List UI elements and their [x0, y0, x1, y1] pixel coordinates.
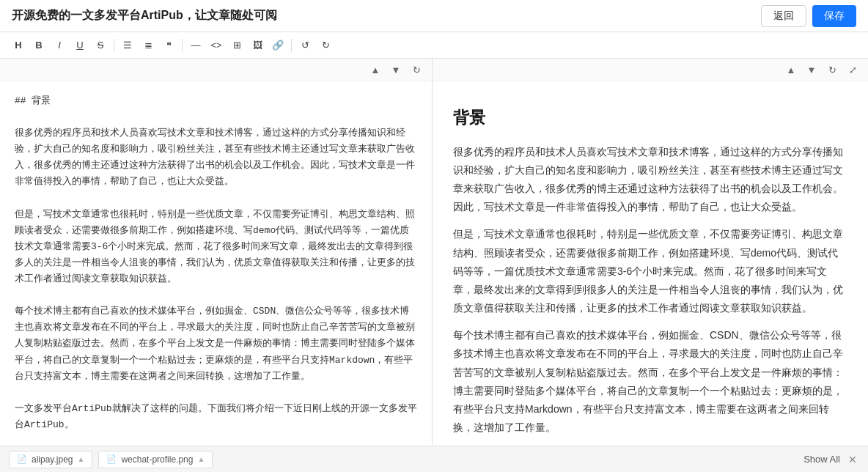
file-tab[interactable]: 📄 wechat-profile.png ▲ [98, 451, 213, 468]
file-name: wechat-profile.png [121, 454, 193, 465]
preview-content-area: 背景很多优秀的程序员和技术人员喜欢写技术文章和技术博客，通过这样的方式分享传播知… [433, 81, 868, 446]
editor-scroll-up-button[interactable]: ▲ [367, 62, 383, 78]
underline-button[interactable]: U [70, 36, 89, 55]
preview-scroll-up-button[interactable]: ▲ [783, 62, 799, 78]
editor-refresh-button[interactable]: ↻ [408, 62, 424, 78]
top-bar: 开源免费的一文多发平台ArtiPub，让文章随处可阅 返回 保存 [0, 0, 868, 32]
table-button[interactable]: ⊞ [227, 36, 246, 55]
editor-scroll-down-button[interactable]: ▼ [388, 62, 404, 78]
heading-button[interactable]: H [9, 36, 28, 55]
return-button[interactable]: 返回 [761, 5, 806, 27]
image-button[interactable]: 🖼 [248, 36, 267, 55]
unordered-list-button[interactable]: ☰ [118, 36, 137, 55]
preview-expand-button[interactable]: ⤢ [845, 62, 861, 78]
undo-button[interactable]: ↺ [295, 36, 315, 55]
redo-button[interactable]: ↻ [316, 36, 335, 55]
ordered-list-button[interactable]: ≣ [139, 36, 158, 55]
preview-heading: 背景 [453, 103, 847, 133]
editor-toolbar: H B I U S ☰ ≣ ❝ — <> ⊞ 🖼 🔗 ↺ ↻ [0, 32, 868, 59]
preview-panel-toolbar: ▲ ▼ ↻ ⤢ [433, 59, 868, 81]
toolbar-separator-3 [291, 39, 292, 52]
hr-button[interactable]: — [186, 36, 205, 55]
file-icon: 📄 [17, 454, 27, 464]
bottom-files: 📄 alipay.jpeg ▲ 📄 wechat-profile.png ▲ [9, 451, 213, 468]
quote-button[interactable]: ❝ [159, 36, 178, 55]
preview-panel: ▲ ▼ ↻ ⤢ 背景很多优秀的程序员和技术人员喜欢写技术文章和技术博客，通过这样… [433, 59, 868, 446]
code-button[interactable]: <> [207, 36, 226, 55]
close-all-button[interactable]: ✕ [846, 453, 859, 466]
file-arrow-icon: ▲ [197, 455, 205, 463]
file-arrow-icon: ▲ [77, 455, 84, 463]
bold-button[interactable]: B [29, 36, 48, 55]
document-title: 开源免费的一文多发平台ArtiPub，让文章随处可阅 [12, 8, 277, 23]
save-button[interactable]: 保存 [812, 5, 856, 27]
strikethrough-button[interactable]: S [91, 36, 110, 55]
preview-scroll-down-button[interactable]: ▼ [803, 62, 820, 78]
top-bar-actions: 返回 保存 [761, 5, 856, 27]
editor-panel-toolbar: ▲ ▼ ↻ [0, 59, 432, 81]
preview-paragraph: 很多优秀的程序员和技术人员喜欢写技术文章和技术博客，通过这样的方式分享传播知识和… [453, 143, 847, 217]
preview-paragraph: 每个技术博主都有自己喜欢的技术媒体平台，例如掘金、CSDN、微信公众号等等，很多… [453, 326, 847, 437]
editor-panel: ▲ ▼ ↻ ## 背景 很多优秀的程序员和技术人员喜欢写技术文章和技术博客，通过… [0, 59, 433, 446]
preview-refresh-button[interactable]: ↻ [824, 62, 840, 78]
preview-paragraph: 但是，写技术文章通常也很耗时，特别是一些优质文章，不仅需要旁证博引、构思文章结构… [453, 225, 847, 317]
main-area: ▲ ▼ ↻ ## 背景 很多优秀的程序员和技术人员喜欢写技术文章和技术博客，通过… [0, 59, 868, 446]
file-name: alipay.jpeg [32, 454, 73, 465]
link-button[interactable]: 🔗 [268, 36, 287, 55]
show-all-label: Show All [803, 454, 840, 465]
file-tab[interactable]: 📄 alipay.jpeg ▲ [9, 451, 92, 468]
italic-button[interactable]: I [50, 36, 69, 55]
toolbar-separator-1 [114, 39, 114, 52]
show-all-button[interactable]: Show All [803, 454, 840, 465]
toolbar-separator-2 [182, 39, 183, 52]
editor-content-area[interactable]: ## 背景 很多优秀的程序员和技术人员喜欢写技术文章和技术博客，通过这样的方式分… [0, 81, 432, 446]
file-icon: 📄 [106, 454, 117, 464]
bottom-bar: 📄 alipay.jpeg ▲ 📄 wechat-profile.png ▲ S… [0, 446, 868, 472]
